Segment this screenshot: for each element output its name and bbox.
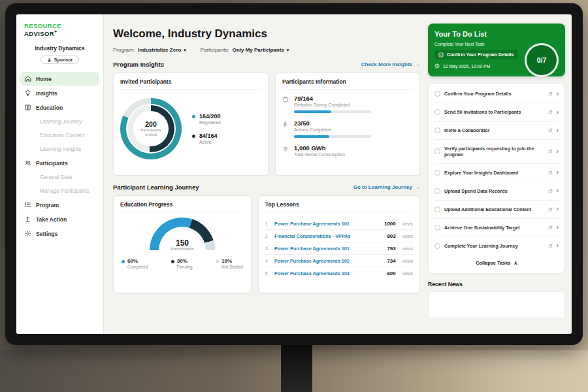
todo-panel: Your To Do List Complete Your Next Task:… bbox=[427, 14, 572, 334]
task-row-verify-participants[interactable]: Verify participants requesting to join t… bbox=[434, 140, 559, 164]
task-checkbox[interactable] bbox=[434, 206, 440, 212]
sidebar-item-label: Participants bbox=[36, 160, 68, 167]
chevron-right-icon[interactable]: › bbox=[557, 224, 559, 231]
lesson-link[interactable]: Financial Considerations - VPPAs bbox=[274, 233, 382, 239]
chevron-right-icon[interactable]: › bbox=[557, 169, 559, 176]
legend-item-active: 84/164 Active bbox=[192, 133, 221, 144]
task-checkbox[interactable] bbox=[434, 148, 440, 154]
sidebar-menu: Home Insights Education Learning Journey… bbox=[16, 72, 103, 240]
sidebar-item-education[interactable]: Education bbox=[20, 101, 99, 114]
chevron-right-icon[interactable]: › bbox=[557, 109, 559, 116]
sponsor-badge[interactable]: Sponsor bbox=[41, 56, 79, 64]
external-link-icon bbox=[548, 171, 553, 175]
sidebar-item-general-data[interactable]: General Data bbox=[20, 171, 99, 184]
task-checkbox[interactable] bbox=[434, 127, 440, 133]
chevron-right-icon[interactable]: › bbox=[557, 188, 559, 194]
sidebar-item-participants[interactable]: Participants bbox=[20, 156, 99, 170]
check-more-insights-link[interactable]: Check More Insights → bbox=[361, 61, 420, 67]
logo-advisor: ADVISOR+ bbox=[24, 30, 57, 37]
lesson-link[interactable]: Power Purchase Agreements 101 bbox=[274, 246, 382, 252]
views-suffix: views bbox=[402, 234, 413, 238]
sidebar-item-program[interactable]: Program bbox=[20, 198, 99, 212]
sidebar-item-insights[interactable]: Insights bbox=[20, 86, 99, 100]
chevron-right-icon[interactable]: › bbox=[557, 91, 559, 97]
sidebar-item-take-action[interactable]: Take Action bbox=[20, 212, 99, 226]
due-date-label: 12 May 2025, 12:00 PM bbox=[443, 64, 490, 69]
chevron-right-icon[interactable]: › bbox=[557, 148, 559, 155]
lesson-row: 1 Power Purchase Agreements 101 1000 vie… bbox=[265, 218, 413, 230]
lesson-rank: 3 bbox=[265, 246, 270, 251]
task-row-upload-educational-content[interactable]: Upload Additional Educational Content › bbox=[434, 201, 559, 219]
task-row-achieve-target[interactable]: Achieve One Sustainability Target › bbox=[434, 219, 559, 237]
lesson-views: 1000 bbox=[384, 221, 396, 227]
views-suffix: views bbox=[402, 271, 413, 276]
card-title: Top Lessons bbox=[265, 201, 413, 212]
gear-icon bbox=[24, 230, 31, 237]
legend-label: Pending bbox=[177, 265, 193, 269]
education-gauge: 150 Participants bbox=[150, 218, 215, 250]
lesson-link[interactable]: Power Purchase Agreements 101 bbox=[274, 221, 380, 227]
task-label: Upload Additional Educational Content bbox=[444, 206, 544, 212]
task-checkbox[interactable] bbox=[434, 170, 440, 176]
dashboard-screen: RESOURCE ADVISOR+ Industry Dynamics Spon… bbox=[16, 14, 572, 334]
program-select[interactable]: Industrialize Zero ▾ bbox=[138, 47, 186, 53]
task-checkbox[interactable] bbox=[434, 91, 440, 97]
todo-task-list: Confirm Your Program Details › Send 50 I… bbox=[428, 83, 565, 274]
lesson-link[interactable]: Power Purchase Agreements 102 bbox=[274, 258, 382, 264]
sidebar-item-learning-insights[interactable]: Learning Insights bbox=[20, 142, 99, 155]
todo-progress-ring: 0/7 bbox=[525, 43, 559, 77]
task-checkbox[interactable] bbox=[434, 225, 440, 231]
task-checkbox[interactable] bbox=[434, 188, 440, 194]
program-label: Program: bbox=[113, 47, 135, 53]
collapse-tasks-button[interactable]: Collapse Tasks ∧ bbox=[434, 255, 559, 272]
task-checkbox[interactable] bbox=[434, 109, 440, 115]
legend-dot bbox=[171, 260, 174, 263]
chevron-right-icon[interactable]: › bbox=[557, 242, 559, 249]
lesson-views: 734 bbox=[387, 258, 395, 264]
task-row-send-invitations[interactable]: Send 50 Invitations to Participants › bbox=[434, 103, 559, 122]
lesson-views: 803 bbox=[387, 233, 395, 239]
task-row-invite-collaborator[interactable]: Invite a Collaborator › bbox=[434, 122, 559, 140]
external-link-icon bbox=[548, 110, 553, 114]
legend-item-completed: 60% Completed bbox=[122, 258, 148, 269]
sidebar-item-label: Home bbox=[36, 76, 52, 82]
arrow-right-icon: → bbox=[415, 61, 420, 67]
external-link-icon bbox=[548, 149, 553, 154]
stat-value: 79/164 bbox=[294, 95, 371, 102]
chevron-right-icon[interactable]: › bbox=[557, 127, 559, 134]
go-to-learning-journey-link[interactable]: Go to Learning Journey → bbox=[353, 184, 420, 190]
invited-participants-card: Invited Participants 200 Participants In… bbox=[113, 73, 269, 176]
lesson-link[interactable]: Power Purchase Agreements 103 bbox=[274, 270, 382, 276]
task-row-explore-insights[interactable]: Explore Your Insights Dashboard › bbox=[434, 164, 559, 182]
task-row-confirm-program[interactable]: Confirm Your Program Details › bbox=[434, 85, 559, 103]
task-checkbox[interactable] bbox=[434, 243, 440, 249]
task-label: Verify participants requesting to join t… bbox=[444, 146, 544, 158]
legend-dot bbox=[216, 260, 219, 263]
sidebar-item-education-content[interactable]: Education Content bbox=[20, 129, 99, 142]
invited-legend: 164/200 Registered 84/164 Active bbox=[192, 113, 221, 144]
chevron-up-icon: ∧ bbox=[514, 260, 517, 266]
legend-dot bbox=[122, 260, 125, 263]
sidebar-item-learning-journey[interactable]: Learning Journey bbox=[20, 115, 99, 128]
next-task-row[interactable]: Confirm Your Program Details bbox=[434, 50, 517, 59]
gauge-center-value: 150 bbox=[150, 239, 215, 247]
external-link-icon bbox=[548, 244, 553, 248]
lesson-rank: 2 bbox=[265, 234, 270, 238]
task-row-complete-learning-journey[interactable]: Complete Your Learning Journey › bbox=[434, 237, 559, 255]
list-icon bbox=[24, 201, 31, 208]
stat-actions-completed: 23/50 Actions Completed bbox=[282, 120, 413, 138]
lesson-views: 600 bbox=[387, 270, 395, 276]
clipboard-icon bbox=[282, 96, 289, 103]
chevron-right-icon[interactable]: › bbox=[557, 206, 559, 212]
task-row-upload-spend-data[interactable]: Upload Spend Data Records › bbox=[434, 182, 559, 201]
chevron-down-icon: ▾ bbox=[287, 48, 289, 53]
stat-label: Actions Completed bbox=[294, 127, 371, 132]
sidebar-item-manage-participants[interactable]: Manage Participants bbox=[20, 184, 99, 197]
sidebar-item-home[interactable]: Home bbox=[20, 72, 99, 86]
sidebar-item-label: Program bbox=[36, 202, 59, 208]
arrow-right-icon: → bbox=[415, 184, 420, 190]
todo-title: Your To Do List bbox=[434, 30, 559, 38]
sidebar-item-label: Manage Participants bbox=[40, 188, 90, 194]
participants-select[interactable]: Only My Participants ▾ bbox=[233, 47, 289, 53]
sidebar-item-settings[interactable]: Settings bbox=[20, 227, 99, 240]
